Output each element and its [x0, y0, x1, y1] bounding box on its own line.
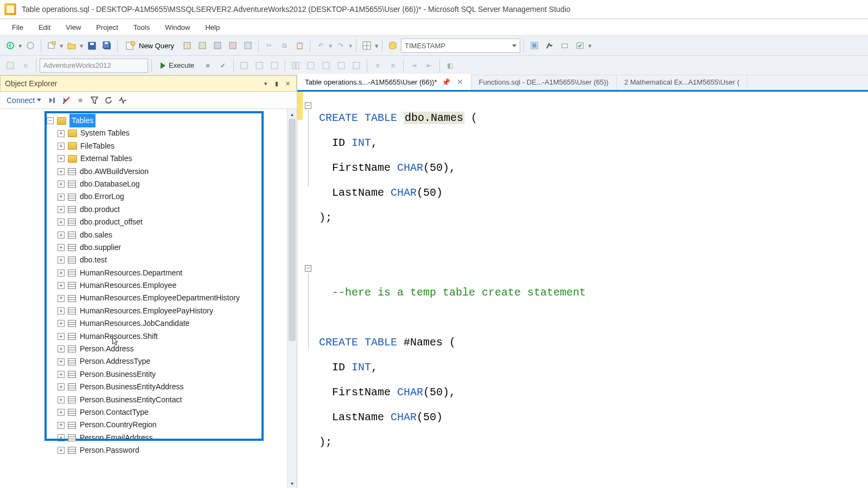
tree-node[interactable]: FileTables — [47, 140, 297, 152]
tree-node[interactable]: Person.BusinessEntityAddress — [47, 381, 297, 393]
tree-node[interactable]: Person.Address — [47, 343, 297, 355]
nav-back-icon[interactable] — [3, 38, 17, 53]
scrollbar[interactable]: ▴ ▾ — [287, 109, 297, 488]
tb-icon-2[interactable] — [195, 38, 209, 53]
parse-icon[interactable]: ✓ — [216, 59, 230, 73]
tree-node[interactable]: HumanResources.Department — [47, 267, 297, 279]
tb-icon-d[interactable] — [573, 38, 587, 53]
database-combo[interactable]: AdventureWorks2012 — [40, 59, 148, 73]
filter-icon[interactable] — [88, 94, 101, 107]
expander-icon[interactable] — [58, 333, 65, 340]
expander-icon[interactable] — [58, 282, 65, 289]
oe-activity-icon[interactable] — [116, 94, 129, 107]
expander-icon[interactable] — [47, 117, 54, 124]
tree-node[interactable]: External Tables — [47, 152, 297, 165]
expander-icon[interactable] — [58, 155, 65, 162]
type-combo[interactable]: TIMESTAMP — [401, 38, 520, 53]
save-all-icon[interactable] — [100, 38, 114, 53]
tree-node[interactable]: dbo.product_offset — [47, 216, 297, 228]
tree-node[interactable]: HumanResources.Employee — [47, 279, 297, 292]
tree-node[interactable]: HumanResources.Shift — [47, 330, 297, 343]
tb-grid-icon[interactable] — [360, 38, 374, 53]
tree-node[interactable]: System Tables — [47, 127, 297, 139]
open-icon[interactable] — [65, 38, 79, 53]
connect-button[interactable]: Connect — [3, 96, 44, 105]
menu-tools[interactable]: Tools — [127, 21, 156, 34]
tree-node[interactable]: HumanResources.EmployeePayHistory — [47, 305, 297, 317]
expander-icon[interactable] — [58, 383, 65, 390]
expander-icon[interactable] — [58, 422, 65, 429]
oe-icon-1[interactable] — [46, 94, 59, 107]
tree-node[interactable]: HumanResources.EmployeeDepartmentHistory — [47, 292, 297, 304]
tab-table-operations[interactable]: Table operations.s...-A1M5655\User (66))… — [297, 74, 471, 90]
expander-icon[interactable] — [58, 143, 65, 150]
expander-icon[interactable] — [58, 320, 65, 327]
menu-window[interactable]: Window — [158, 21, 196, 34]
expander-icon[interactable] — [58, 168, 65, 175]
tree-node[interactable]: Person.BusinessEntity — [47, 368, 297, 381]
new-query-button[interactable]: New Query — [121, 38, 179, 53]
tree-node[interactable]: Person.EmailAddress — [47, 432, 297, 444]
undo-icon[interactable]: ↶ — [314, 38, 328, 53]
expander-icon[interactable] — [58, 232, 65, 239]
tree-node[interactable]: dbo.AWBuildVersion — [47, 165, 297, 178]
tb-db-icon[interactable] — [386, 38, 400, 53]
menu-edit[interactable]: Edit — [32, 21, 57, 34]
scroll-up-icon[interactable]: ▴ — [288, 109, 297, 119]
tb-icon-4[interactable] — [226, 38, 240, 53]
dropdown-icon[interactable]: ▾ — [261, 79, 270, 88]
fold-box-icon[interactable] — [305, 265, 311, 272]
expander-icon[interactable] — [58, 371, 65, 378]
pin-icon[interactable]: 📌 — [442, 78, 450, 86]
tree-node[interactable]: dbo.ErrorLog — [47, 190, 297, 203]
expander-icon[interactable] — [58, 269, 65, 277]
new-project-icon[interactable] — [44, 38, 59, 53]
tab-functions[interactable]: Functions.sql - DE...-A1M5655\User (65)) — [471, 74, 617, 90]
tree-node[interactable]: Person.BusinessEntityContact — [47, 394, 297, 406]
tb-icon-b[interactable] — [542, 38, 557, 53]
pin-icon[interactable]: ▮ — [272, 79, 281, 88]
expander-icon[interactable] — [58, 256, 65, 264]
tree-node[interactable]: Tables — [47, 114, 297, 127]
menu-file[interactable]: File — [5, 21, 30, 34]
code-editor[interactable]: CREATE TABLE dbo.Names ( ID INT, FirstNa… — [297, 92, 868, 488]
menu-project[interactable]: Project — [90, 21, 124, 34]
tb-icon-1[interactable] — [180, 38, 194, 53]
expander-icon[interactable] — [58, 181, 65, 188]
tree-node[interactable]: Person.ContactType — [47, 406, 297, 419]
tree-node[interactable]: dbo.product — [47, 203, 297, 216]
expander-icon[interactable] — [58, 206, 65, 213]
menu-help[interactable]: Help — [199, 21, 226, 34]
execute-button[interactable]: Execute — [155, 58, 200, 73]
tree-node[interactable]: HumanResources.JobCandidate — [47, 317, 297, 330]
expander-icon[interactable] — [58, 295, 65, 302]
expander-icon[interactable] — [58, 358, 65, 365]
expander-icon[interactable] — [58, 194, 65, 201]
save-icon[interactable] — [85, 38, 99, 53]
tab-math-ex[interactable]: 2 Mathematical Ex...A1M5655\User ( — [617, 74, 748, 90]
tb-icon-3[interactable] — [210, 38, 225, 53]
expander-icon[interactable] — [58, 409, 65, 416]
tree-node[interactable]: Person.AddressType — [47, 355, 297, 368]
code-content[interactable]: CREATE TABLE dbo.Names ( ID INT, FirstNa… — [319, 99, 868, 488]
expander-icon[interactable] — [58, 219, 65, 226]
refresh-icon[interactable] — [102, 94, 115, 107]
close-icon[interactable]: ✕ — [283, 79, 292, 88]
tree-node[interactable]: dbo.test — [47, 254, 297, 266]
expander-icon[interactable] — [58, 447, 65, 454]
tb-icon-5[interactable] — [241, 38, 255, 53]
tree-node[interactable]: dbo.supplier — [47, 241, 297, 254]
tree-node[interactable]: Person.CountryRegion — [47, 419, 297, 431]
tree-node[interactable]: dbo.sales — [47, 229, 297, 241]
menu-view[interactable]: View — [59, 21, 87, 34]
expander-icon[interactable] — [58, 345, 65, 352]
expander-icon[interactable] — [58, 244, 65, 251]
tb-icon-a[interactable] — [527, 38, 541, 53]
close-icon[interactable]: ✕ — [457, 78, 463, 86]
redo-icon[interactable]: ↷ — [334, 38, 348, 53]
fold-box-icon[interactable] — [305, 102, 311, 109]
expander-icon[interactable] — [58, 434, 65, 441]
tb-icon-c[interactable] — [558, 38, 572, 53]
expander-icon[interactable] — [58, 396, 65, 403]
object-explorer-tree[interactable]: TablesSystem TablesFileTablesExternal Ta… — [0, 109, 297, 488]
